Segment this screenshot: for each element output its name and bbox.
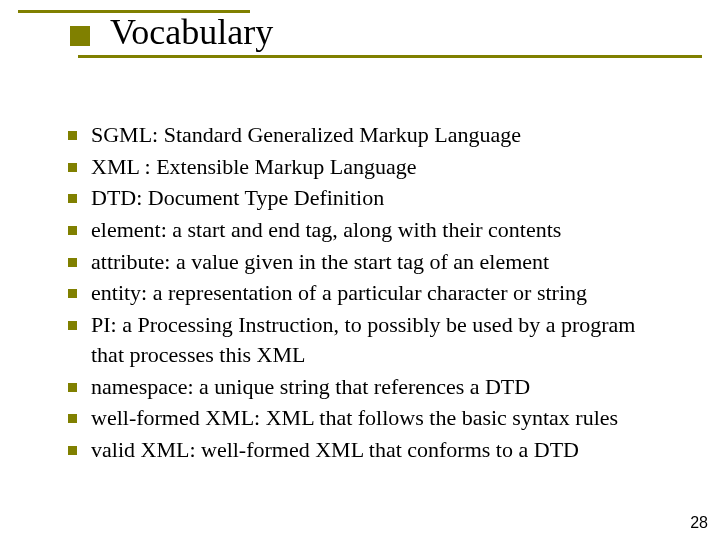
list-item: PI: a Processing Instruction, to possibl… (68, 310, 660, 369)
list-item-text: entity: a representation of a particular… (91, 278, 660, 308)
bullet-square-icon (68, 163, 77, 172)
slide: Vocabulary SGML: Standard Generalized Ma… (0, 0, 720, 540)
list-item: namespace: a unique string that referenc… (68, 372, 660, 402)
bullet-square-icon (68, 194, 77, 203)
bullet-list: SGML: Standard Generalized Markup Langua… (68, 120, 660, 467)
list-item: valid XML: well-formed XML that conforms… (68, 435, 660, 465)
title-square-icon (70, 26, 90, 46)
title-rule-bottom (78, 55, 702, 58)
list-item: DTD: Document Type Definition (68, 183, 660, 213)
bullet-square-icon (68, 414, 77, 423)
list-item-text: valid XML: well-formed XML that conforms… (91, 435, 660, 465)
list-item: attribute: a value given in the start ta… (68, 247, 660, 277)
list-item: SGML: Standard Generalized Markup Langua… (68, 120, 660, 150)
title-block: Vocabulary (0, 10, 720, 58)
bullet-square-icon (68, 131, 77, 140)
list-item-text: DTD: Document Type Definition (91, 183, 660, 213)
list-item-text: namespace: a unique string that referenc… (91, 372, 660, 402)
list-item: entity: a representation of a particular… (68, 278, 660, 308)
bullet-square-icon (68, 383, 77, 392)
list-item: well-formed XML: XML that follows the ba… (68, 403, 660, 433)
list-item-text: PI: a Processing Instruction, to possibl… (91, 310, 660, 369)
list-item: element: a start and end tag, along with… (68, 215, 660, 245)
bullet-square-icon (68, 321, 77, 330)
list-item-text: element: a start and end tag, along with… (91, 215, 660, 245)
list-item-text: SGML: Standard Generalized Markup Langua… (91, 120, 660, 150)
bullet-square-icon (68, 258, 77, 267)
title-bar: Vocabulary (0, 13, 720, 53)
bullet-square-icon (68, 226, 77, 235)
list-item-text: attribute: a value given in the start ta… (91, 247, 660, 277)
bullet-square-icon (68, 289, 77, 298)
slide-title: Vocabulary (110, 11, 273, 53)
list-item-text: XML : Extensible Markup Language (91, 152, 660, 182)
list-item: XML : Extensible Markup Language (68, 152, 660, 182)
bullet-square-icon (68, 446, 77, 455)
page-number: 28 (690, 514, 708, 532)
list-item-text: well-formed XML: XML that follows the ba… (91, 403, 660, 433)
